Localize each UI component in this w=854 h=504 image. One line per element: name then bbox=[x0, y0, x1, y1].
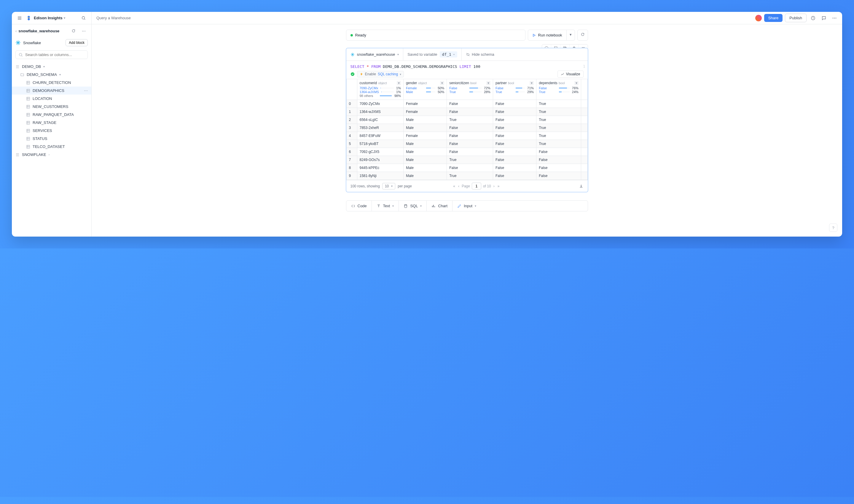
next-page-icon[interactable]: › bbox=[493, 183, 495, 189]
chevron-down-icon: ▾ bbox=[392, 204, 394, 208]
sql-editor[interactable]: SELECT * FROM DEMO_DB.DEMO_SCHEMA.DEMOGR… bbox=[346, 61, 588, 71]
tree-table-services[interactable]: SERVICES⋯ bbox=[12, 127, 91, 134]
tree-table-churn_detection[interactable]: CHURN_DETECTION⋯ bbox=[12, 78, 91, 87]
menu-icon[interactable] bbox=[15, 14, 24, 22]
eye-off-icon bbox=[466, 53, 470, 57]
run-notebook-button[interactable]: Run notebook bbox=[528, 30, 567, 41]
table-row[interactable]: 78249-GOs7sMaleTrueFalseFalse bbox=[346, 156, 587, 164]
first-page-icon[interactable]: « bbox=[452, 183, 456, 189]
help-icon[interactable]: ? bbox=[829, 223, 837, 232]
more-icon[interactable]: ⋯ bbox=[84, 88, 88, 93]
bar-chart-icon bbox=[431, 204, 435, 208]
table-row[interactable]: 07090-ZyCMxFemaleFalseFalseTrue bbox=[346, 100, 587, 108]
table-row[interactable]: 55718-ykxBTMaleFalseFalseTrue bbox=[346, 140, 587, 148]
tree-table-demographics[interactable]: DEMOGRAPHICS⋯ bbox=[12, 87, 91, 94]
refresh-icon[interactable] bbox=[69, 27, 78, 35]
page-label: Page bbox=[462, 184, 470, 188]
search-icon bbox=[19, 53, 23, 57]
per-page-label: per page bbox=[398, 184, 412, 188]
sql-caching-pill[interactable]: Enable SQL caching ▾ bbox=[357, 71, 404, 77]
visualize-button[interactable]: Visualize bbox=[557, 71, 584, 78]
tree-table-location[interactable]: LOCATION⋯ bbox=[12, 94, 91, 103]
last-page-icon[interactable]: » bbox=[497, 183, 500, 189]
saved-to-label: Saved to variable bbox=[407, 52, 437, 57]
check-icon bbox=[351, 72, 355, 76]
palette-sql[interactable]: SQL▾ bbox=[399, 201, 427, 211]
of-pages-label: of 10 bbox=[483, 184, 491, 188]
tree-table-status[interactable]: STATUS⋯ bbox=[12, 134, 91, 143]
column-dependents[interactable]: dependentsbool▾False76%True24% bbox=[536, 79, 581, 100]
chevron-down-icon: ▾ bbox=[453, 53, 455, 56]
column-menu-icon[interactable]: ▾ bbox=[530, 81, 534, 85]
svg-point-4 bbox=[836, 18, 836, 18]
palette-text[interactable]: Text▾ bbox=[372, 201, 399, 211]
column-menu-icon[interactable]: ▾ bbox=[574, 81, 579, 85]
tree-db-snowflake[interactable]: SNOWFLAKE› bbox=[12, 150, 91, 159]
chevron-down-icon: ▾ bbox=[400, 73, 401, 76]
reload-button[interactable] bbox=[577, 30, 588, 41]
palette-input[interactable]: Input▾ bbox=[452, 201, 587, 211]
svg-rect-14 bbox=[27, 145, 30, 148]
svg-rect-6 bbox=[27, 81, 30, 84]
table-row[interactable]: 11364-wJXMSFemaleFalseFalseTrue bbox=[346, 108, 587, 116]
lightning-icon bbox=[360, 72, 363, 76]
palette-chart[interactable]: Chart bbox=[427, 201, 452, 211]
palette-code[interactable]: Code bbox=[346, 201, 372, 211]
search-input[interactable] bbox=[15, 50, 88, 59]
prev-page-icon[interactable]: ‹ bbox=[458, 183, 460, 189]
column-partner[interactable]: partnerbool▾False71%True29% bbox=[493, 79, 536, 100]
publish-button[interactable]: Publish bbox=[785, 14, 806, 22]
table-row[interactable]: 89445-kPPEcMaleFalseFalseFalse bbox=[346, 164, 587, 172]
table-row[interactable]: 67092-gCJX5MaleFalseFalseFalse bbox=[346, 148, 587, 156]
column-seniorcitizen[interactable]: seniorcitizenbool▾False72%True28% bbox=[447, 79, 493, 100]
variable-pill[interactable]: df_1▾ bbox=[440, 51, 457, 57]
add-block-button[interactable]: Add block bbox=[66, 39, 88, 46]
column-menu-icon[interactable]: ▾ bbox=[486, 81, 491, 85]
table-row[interactable]: 48457-E9FuWFemaleFalseFalseTrue bbox=[346, 132, 587, 140]
line-number: 1 bbox=[583, 64, 585, 69]
search-field[interactable] bbox=[25, 53, 85, 57]
main-content: Ready Run notebook ▾ bbox=[92, 24, 842, 237]
chevron-down-icon: ▾ bbox=[64, 16, 65, 20]
svg-rect-7 bbox=[27, 89, 30, 92]
svg-point-0 bbox=[82, 16, 85, 19]
status-dot-icon bbox=[351, 34, 353, 36]
avatar[interactable] bbox=[755, 15, 762, 21]
svg-point-19 bbox=[405, 204, 407, 205]
tree-table-raw_parquet_data[interactable]: RAW_PARQUET_DATA⋯ bbox=[12, 111, 91, 119]
table-row[interactable]: 91581-8yNjiMaleTrueFalseFalse bbox=[346, 172, 587, 180]
search-icon[interactable] bbox=[79, 14, 88, 22]
column-menu-icon[interactable]: ▾ bbox=[440, 81, 444, 85]
share-button[interactable]: Share bbox=[764, 14, 783, 22]
pencil-icon bbox=[457, 204, 461, 208]
per-page-select[interactable]: 10▾ bbox=[382, 183, 395, 190]
more-icon[interactable] bbox=[830, 14, 839, 22]
tree-db[interactable]: DEMO_DB▾ bbox=[12, 62, 91, 71]
tree-table-raw_stage[interactable]: RAW_STAGE⋯ bbox=[12, 119, 91, 127]
column-menu-icon[interactable]: ▾ bbox=[397, 81, 401, 85]
code-icon bbox=[351, 204, 355, 208]
hide-schema-button[interactable]: Hide schema bbox=[462, 48, 498, 60]
tree-schema[interactable]: DEMO_SCHEMA▾ bbox=[12, 71, 91, 78]
comments-icon[interactable] bbox=[820, 14, 828, 22]
back-icon[interactable]: ‹ bbox=[15, 29, 17, 33]
run-options-dropdown[interactable]: ▾ bbox=[567, 30, 575, 41]
chevron-down-icon: ▾ bbox=[397, 53, 399, 56]
database-icon bbox=[404, 204, 408, 208]
column-gender[interactable]: genderobject▾Female50%Male50% bbox=[403, 79, 447, 100]
workspace-selector[interactable]: Edison Insights▾ bbox=[34, 16, 65, 20]
more-icon[interactable]: ⋯ bbox=[79, 27, 88, 35]
table-row[interactable]: 37853-2xheRMaleFalseFalseTrue bbox=[346, 124, 587, 132]
tree-table-new_customers[interactable]: NEW_CUSTOMERS⋯ bbox=[12, 103, 91, 111]
page-title: Query a Warehouse bbox=[92, 16, 752, 20]
download-icon[interactable] bbox=[579, 184, 583, 188]
tree-table-telco_dataset[interactable]: TELCO_DATASET⋯ bbox=[12, 143, 91, 150]
column-customerid[interactable]: customeridobject▾7090-ZyCMx1%1364-wJXMS1… bbox=[357, 79, 403, 100]
history-icon[interactable] bbox=[809, 14, 817, 22]
page-input[interactable] bbox=[472, 183, 481, 190]
chart-icon bbox=[561, 72, 564, 76]
table-row[interactable]: 26564-sLgICMaleTrueFalseTrue bbox=[346, 116, 587, 124]
svg-point-5 bbox=[19, 53, 22, 56]
status-text: Ready bbox=[355, 33, 367, 37]
cell-connection[interactable]: snowflake_warehouse bbox=[357, 52, 395, 57]
